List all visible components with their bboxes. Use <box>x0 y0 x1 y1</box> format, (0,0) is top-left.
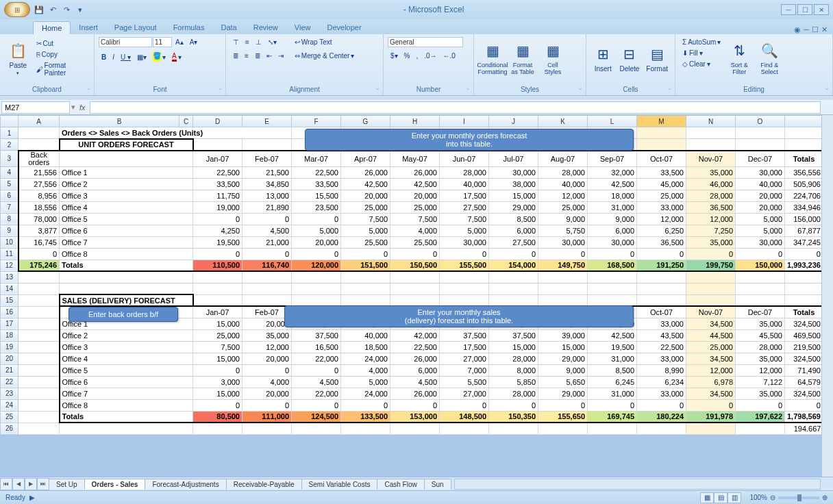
wrap-text-button[interactable]: ↩Wrap Text <box>292 37 358 47</box>
zoom-slider[interactable] <box>778 496 819 499</box>
column-header[interactable]: F <box>292 116 341 127</box>
font-name-select[interactable] <box>99 37 152 47</box>
column-header[interactable]: H <box>390 116 440 127</box>
merge-center-button[interactable]: ⇔Merge & Center ▾ <box>292 51 358 61</box>
vertical-scrollbar[interactable] <box>821 115 833 477</box>
name-box[interactable] <box>1 101 70 114</box>
currency-button[interactable]: $▾ <box>388 51 401 61</box>
align-right-button[interactable]: ≣ <box>252 51 263 61</box>
format-painter-button[interactable]: 🖌Format Painter <box>34 60 90 78</box>
format-cells-button[interactable]: ▤Format <box>643 37 671 79</box>
formula-input[interactable] <box>90 101 821 114</box>
spreadsheet-grid[interactable]: ABCDEFGHIJKLMNO1Orders <> Sales <> Back … <box>0 115 824 435</box>
tab-last-button[interactable]: ⏭ <box>37 478 49 490</box>
minimize-button[interactable]: ─ <box>781 4 796 15</box>
italic-button[interactable]: I <box>110 52 117 62</box>
clear-button[interactable]: ◇ Clear ▾ <box>680 59 723 69</box>
mdi-minimize-icon[interactable]: ─ <box>804 25 809 34</box>
column-header[interactable]: E <box>243 116 292 127</box>
cut-button[interactable]: ✂Cut <box>34 38 90 49</box>
sheet-tab[interactable]: Receivable-Payable <box>226 479 302 490</box>
column-header[interactable]: C <box>179 116 193 127</box>
column-header[interactable] <box>1 116 18 127</box>
font-size-select[interactable] <box>153 37 172 47</box>
shrink-font-button[interactable]: A▾ <box>187 37 201 47</box>
redo-icon[interactable]: ↷ <box>60 3 73 16</box>
column-header[interactable]: I <box>440 116 489 127</box>
column-header[interactable]: M <box>637 116 686 127</box>
decrease-indent-button[interactable]: ⇤ <box>264 51 275 61</box>
tab-first-button[interactable]: ⏮ <box>0 478 12 490</box>
align-left-button[interactable]: ≣ <box>230 51 241 61</box>
copy-button[interactable]: ⎘Copy <box>34 49 90 60</box>
column-header[interactable]: A <box>18 116 60 127</box>
comma-button[interactable]: , <box>413 51 421 61</box>
page-layout-view-button[interactable]: ▤ <box>714 492 728 503</box>
align-top-button[interactable]: ⊤ <box>230 37 242 47</box>
decrease-decimal-button[interactable]: ←.0 <box>440 51 458 61</box>
sort-filter-button[interactable]: ⇅Sort & Filter <box>725 37 754 79</box>
sheet-tab[interactable]: Forecast-Adjustments <box>145 479 226 490</box>
align-middle-button[interactable]: ≡ <box>243 37 252 47</box>
tab-view[interactable]: View <box>286 21 319 34</box>
align-bottom-button[interactable]: ⊥ <box>253 37 264 47</box>
macro-icon[interactable]: ▶ <box>29 494 35 501</box>
office-button[interactable]: ⊞ <box>4 2 30 17</box>
tab-insert[interactable]: Insert <box>71 21 106 34</box>
tab-review[interactable]: Review <box>245 21 286 34</box>
tab-page-layout[interactable]: Page Layout <box>106 21 165 34</box>
align-center-button[interactable]: ≡ <box>242 51 251 61</box>
increase-decimal-button[interactable]: .0→ <box>421 51 439 61</box>
percent-button[interactable]: % <box>401 51 413 61</box>
tab-prev-button[interactable]: ◀ <box>12 478 25 490</box>
mdi-restore-icon[interactable]: ☐ <box>812 25 819 34</box>
number-format-select[interactable] <box>388 37 463 47</box>
delete-cells-button[interactable]: ⊟Delete <box>617 37 642 79</box>
sheet-tab[interactable]: Semi Variable Costs <box>301 479 378 490</box>
tab-next-button[interactable]: ▶ <box>25 478 37 490</box>
autosum-button[interactable]: Σ AutoSum ▾ <box>680 37 723 47</box>
underline-button[interactable]: U ▾ <box>118 52 134 62</box>
column-header[interactable]: B <box>60 116 179 127</box>
tab-data[interactable]: Data <box>212 21 245 34</box>
undo-icon[interactable]: ↶ <box>47 3 59 16</box>
grow-font-button[interactable]: A▴ <box>173 37 186 47</box>
column-header[interactable]: K <box>538 116 588 127</box>
help-icon[interactable]: ◉ <box>794 25 801 34</box>
fx-icon[interactable]: fx <box>75 103 90 112</box>
restore-button[interactable]: ☐ <box>797 4 812 15</box>
column-header[interactable]: J <box>489 116 538 127</box>
page-break-view-button[interactable]: ▥ <box>728 492 741 503</box>
increase-indent-button[interactable]: ⇥ <box>275 51 286 61</box>
fill-color-button[interactable]: 🪣▾ <box>150 51 169 63</box>
tab-home[interactable]: Home <box>33 21 71 34</box>
format-as-table-button[interactable]: ▦Format as Table <box>508 37 537 79</box>
find-select-button[interactable]: 🔍Find & Select <box>755 37 784 79</box>
sheet-tab[interactable]: Set Up <box>49 479 85 490</box>
column-header[interactable]: D <box>193 116 243 127</box>
conditional-formatting-button[interactable]: ▦Conditional Formatting <box>478 37 507 79</box>
horizontal-scrollbar[interactable] <box>454 479 821 490</box>
bold-button[interactable]: B <box>99 52 109 62</box>
insert-cells-button[interactable]: ⊞Insert <box>590 37 615 79</box>
column-header[interactable]: G <box>341 116 390 127</box>
sheet-tab[interactable]: Orders - Sales <box>84 479 146 490</box>
sheet-tab[interactable]: Cash Flow <box>377 479 424 490</box>
border-button[interactable]: ▦▾ <box>134 52 149 62</box>
zoom-out-button[interactable]: ⊖ <box>770 494 775 501</box>
sheet-tab[interactable]: Sun <box>424 479 451 490</box>
tab-developer[interactable]: Developer <box>319 21 369 34</box>
normal-view-button[interactable]: ▦ <box>700 492 714 503</box>
zoom-in-button[interactable]: ⊕ <box>822 494 828 501</box>
paste-button[interactable]: 📋Paste▾ <box>4 37 32 79</box>
save-icon[interactable]: 💾 <box>33 3 45 16</box>
qat-dropdown-icon[interactable]: ▾ <box>74 3 86 16</box>
cell-styles-button[interactable]: ▦Cell Styles <box>538 37 567 79</box>
column-header[interactable]: L <box>588 116 637 127</box>
orientation-button[interactable]: ⤡▾ <box>265 37 279 47</box>
fill-button[interactable]: ⬇ Fill ▾ <box>680 48 723 58</box>
font-color-button[interactable]: A▾ <box>169 51 184 63</box>
close-button[interactable]: ✕ <box>814 4 829 15</box>
tab-formulas[interactable]: Formulas <box>165 21 213 34</box>
column-header[interactable]: O <box>736 116 785 127</box>
